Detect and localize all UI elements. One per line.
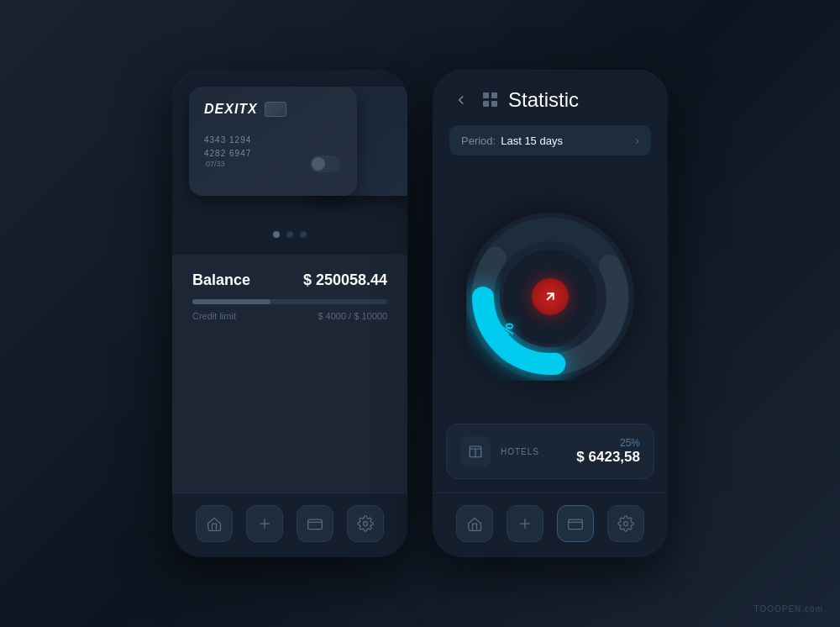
credit-bar xyxy=(192,299,270,304)
dot-2 xyxy=(286,231,293,238)
card-chip xyxy=(265,102,286,117)
pagination-dots xyxy=(172,223,407,246)
left-nav-add[interactable] xyxy=(246,505,283,542)
card-main-brand: DEXITX xyxy=(204,102,342,117)
card-main[interactable]: DEXITX 4343 1294 4282 6947 07/33 xyxy=(189,87,357,196)
chart-section: 25% xyxy=(433,169,668,424)
balance-row: Balance $ 250058.44 xyxy=(192,271,387,289)
stat-header: Statistic xyxy=(433,70,668,125)
dot-1 xyxy=(273,231,280,238)
left-nav-settings[interactable] xyxy=(347,505,384,542)
left-nav-home[interactable] xyxy=(196,505,233,542)
dot-3 xyxy=(300,231,307,238)
percent-label: 25% xyxy=(498,323,517,356)
stat-title: Statistic xyxy=(508,88,651,112)
period-section: Period: Last 15 days › xyxy=(433,125,668,169)
left-bottom-nav xyxy=(172,493,407,557)
right-nav-home[interactable] xyxy=(456,505,493,542)
right-bottom-nav xyxy=(433,493,668,557)
credit-progress xyxy=(192,299,387,304)
period-selector[interactable]: Period: Last 15 days › xyxy=(449,125,651,155)
card-toggle[interactable] xyxy=(310,155,340,172)
svg-point-4 xyxy=(364,522,368,526)
balance-amount: $ 250058.44 xyxy=(303,271,387,289)
balance-section: Balance $ 250058.44 Credit limit $ 4000 … xyxy=(172,255,407,493)
right-nav-settings[interactable] xyxy=(607,505,644,542)
period-label: Period: xyxy=(461,134,496,147)
donut-chart: 25% xyxy=(466,213,634,381)
right-phone: Statistic Period: Last 15 days › xyxy=(433,70,668,557)
left-phone: CL 534 560 DEXITX 4343 1294 4282 6947 xyxy=(172,70,407,557)
donut-outer: 25% xyxy=(466,213,634,381)
card-footer: 07/33 xyxy=(206,155,340,172)
hotels-section: HOTELS 25% $ 6423,58 xyxy=(433,424,668,493)
credit-label: Credit limit xyxy=(192,311,236,321)
credit-row: Credit limit $ 4000 / $ 10000 xyxy=(192,311,387,321)
hotels-right: 25% $ 6423,58 xyxy=(576,437,640,466)
hotels-amount: $ 6423,58 xyxy=(576,449,640,466)
right-nav-cards[interactable] xyxy=(557,505,594,542)
hotels-icon xyxy=(460,436,491,466)
watermark: TOOOPEN.com xyxy=(754,604,824,614)
cards-section: CL 534 560 DEXITX 4343 1294 4282 6947 xyxy=(172,70,407,255)
right-nav-add[interactable] xyxy=(507,505,543,542)
hotels-percent: 25% xyxy=(576,437,640,449)
grid-icon[interactable] xyxy=(483,92,498,108)
card-expiry: 07/33 xyxy=(206,160,225,168)
hotels-card[interactable]: HOTELS 25% $ 6423,58 xyxy=(446,424,654,479)
hotels-left: HOTELS xyxy=(460,436,539,466)
credit-value: $ 4000 / $ 10000 xyxy=(318,311,387,321)
chevron-right-icon: › xyxy=(635,134,639,147)
left-nav-cards[interactable] xyxy=(297,505,333,542)
hotels-name: HOTELS xyxy=(501,447,539,456)
back-button[interactable] xyxy=(449,88,473,112)
svg-line-10 xyxy=(547,293,554,300)
toggle-thumb xyxy=(312,157,325,171)
balance-label: Balance xyxy=(192,271,250,289)
period-value: Last 15 days xyxy=(501,134,635,147)
svg-point-17 xyxy=(624,522,628,526)
svg-rect-2 xyxy=(308,519,323,530)
center-button[interactable] xyxy=(532,278,569,315)
svg-rect-15 xyxy=(569,519,583,530)
